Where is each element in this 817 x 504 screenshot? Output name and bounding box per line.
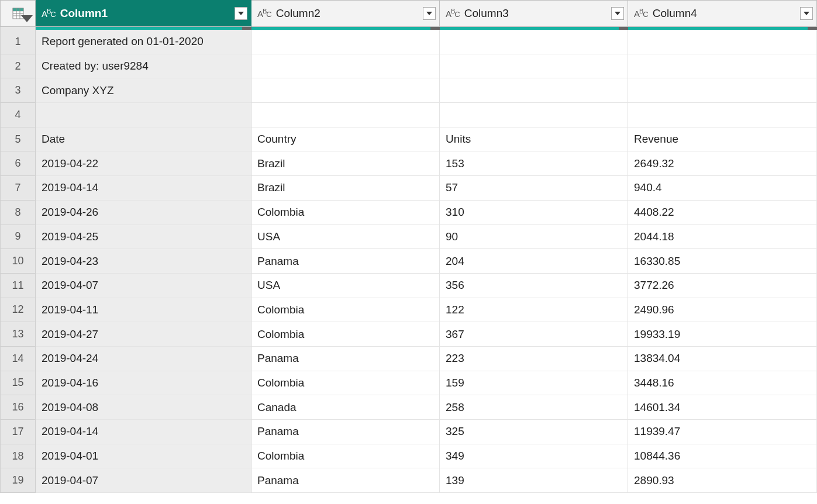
filter-dropdown-button[interactable] xyxy=(235,7,247,20)
cell[interactable] xyxy=(440,30,628,54)
row-number[interactable]: 10 xyxy=(0,249,36,274)
select-all-corner[interactable] xyxy=(0,0,36,27)
row-number[interactable]: 7 xyxy=(0,176,36,201)
cell[interactable]: 349 xyxy=(440,444,628,469)
cell[interactable]: 204 xyxy=(440,249,628,274)
cell[interactable]: 16330.85 xyxy=(628,249,817,274)
cell[interactable]: 11939.47 xyxy=(628,420,817,444)
cell[interactable]: 2490.96 xyxy=(628,298,817,323)
cell[interactable]: 139 xyxy=(440,468,628,493)
filter-dropdown-button[interactable] xyxy=(611,7,624,20)
filter-dropdown-button[interactable] xyxy=(800,7,813,20)
column-header-column2[interactable]: ABC Column2 xyxy=(251,0,440,27)
cell[interactable] xyxy=(440,78,628,103)
column-header-column1[interactable]: ABC Column1 xyxy=(36,0,251,27)
cell[interactable]: 2019-04-25 xyxy=(36,225,251,250)
row-number[interactable]: 15 xyxy=(0,371,36,396)
cell[interactable]: 2019-04-26 xyxy=(36,201,251,225)
cell[interactable] xyxy=(251,103,440,127)
cell[interactable]: 2019-04-08 xyxy=(36,395,251,420)
column-header-column3[interactable]: ABC Column3 xyxy=(440,0,628,27)
cell[interactable]: 2890.93 xyxy=(628,468,817,493)
table-row[interactable]: 132019-04-27Colombia36719933.19 xyxy=(0,322,817,347)
cell[interactable]: 122 xyxy=(440,298,628,323)
cell[interactable]: Units xyxy=(440,127,628,152)
row-number[interactable]: 17 xyxy=(0,420,36,444)
cell[interactable]: Revenue xyxy=(628,127,817,152)
cell[interactable]: 2019-04-11 xyxy=(36,298,251,323)
cell[interactable]: Brazil xyxy=(251,151,440,176)
row-number[interactable]: 9 xyxy=(0,225,36,250)
table-row[interactable]: 152019-04-16Colombia1593448.16 xyxy=(0,371,817,396)
cell[interactable] xyxy=(36,103,251,127)
table-row[interactable]: 162019-04-08Canada25814601.34 xyxy=(0,395,817,420)
table-row[interactable]: 192019-04-07Panama1392890.93 xyxy=(0,468,817,493)
row-number[interactable]: 12 xyxy=(0,298,36,323)
cell[interactable]: 940.4 xyxy=(628,176,817,201)
row-number[interactable]: 6 xyxy=(0,151,36,176)
cell[interactable]: 325 xyxy=(440,420,628,444)
table-row[interactable]: 92019-04-25USA902044.18 xyxy=(0,225,817,250)
table-row[interactable]: 122019-04-11Colombia1222490.96 xyxy=(0,298,817,323)
table-row[interactable]: 72019-04-14Brazil57940.4 xyxy=(0,176,817,201)
cell[interactable]: 57 xyxy=(440,176,628,201)
row-number[interactable]: 13 xyxy=(0,322,36,347)
row-number[interactable]: 16 xyxy=(0,395,36,420)
cell[interactable]: 2019-04-07 xyxy=(36,274,251,298)
cell[interactable] xyxy=(628,30,817,54)
table-row[interactable]: 102019-04-23Panama20416330.85 xyxy=(0,249,817,274)
cell[interactable]: 2019-04-23 xyxy=(36,249,251,274)
cell[interactable]: Colombia xyxy=(251,371,440,396)
table-row[interactable]: 1Report generated on 01-01-2020 xyxy=(0,30,817,54)
table-row[interactable]: 142019-04-24Panama22313834.04 xyxy=(0,347,817,371)
cell[interactable]: 2019-04-22 xyxy=(36,151,251,176)
cell[interactable]: 3772.26 xyxy=(628,274,817,298)
cell[interactable]: 19933.19 xyxy=(628,322,817,347)
table-row[interactable]: 172019-04-14Panama32511939.47 xyxy=(0,420,817,444)
cell[interactable]: 367 xyxy=(440,322,628,347)
table-row[interactable]: 4 xyxy=(0,103,817,127)
row-number[interactable]: 18 xyxy=(0,444,36,469)
cell[interactable]: 159 xyxy=(440,371,628,396)
cell[interactable] xyxy=(628,78,817,103)
row-number[interactable]: 8 xyxy=(0,201,36,225)
row-number[interactable]: 14 xyxy=(0,347,36,371)
column-header-column4[interactable]: ABC Column4 xyxy=(628,0,817,27)
filter-dropdown-button[interactable] xyxy=(423,7,436,20)
table-row[interactable]: 62019-04-22Brazil1532649.32 xyxy=(0,151,817,176)
row-number[interactable]: 3 xyxy=(0,78,36,103)
cell[interactable]: 4408.22 xyxy=(628,201,817,225)
cell[interactable]: 2019-04-16 xyxy=(36,371,251,396)
row-number[interactable]: 2 xyxy=(0,54,36,79)
cell[interactable]: 2019-04-14 xyxy=(36,420,251,444)
cell[interactable] xyxy=(440,54,628,79)
cell[interactable]: 2019-04-07 xyxy=(36,468,251,493)
cell[interactable] xyxy=(628,54,817,79)
cell[interactable]: 153 xyxy=(440,151,628,176)
cell[interactable] xyxy=(251,54,440,79)
cell[interactable]: Colombia xyxy=(251,322,440,347)
cell[interactable]: 90 xyxy=(440,225,628,250)
cell[interactable]: 2044.18 xyxy=(628,225,817,250)
cell[interactable]: Panama xyxy=(251,420,440,444)
cell[interactable]: Panama xyxy=(251,249,440,274)
cell[interactable]: 2019-04-27 xyxy=(36,322,251,347)
table-row[interactable]: 3Company XYZ xyxy=(0,78,817,103)
row-number[interactable]: 5 xyxy=(0,127,36,152)
cell[interactable]: Report generated on 01-01-2020 xyxy=(36,30,251,54)
cell[interactable]: Date xyxy=(36,127,251,152)
cell[interactable]: 2649.32 xyxy=(628,151,817,176)
row-number[interactable]: 19 xyxy=(0,468,36,493)
cell[interactable]: Brazil xyxy=(251,176,440,201)
cell[interactable]: 223 xyxy=(440,347,628,371)
cell[interactable]: Colombia xyxy=(251,444,440,469)
cell[interactable]: Canada xyxy=(251,395,440,420)
table-row[interactable]: 5DateCountryUnitsRevenue xyxy=(0,127,817,152)
cell[interactable] xyxy=(440,103,628,127)
cell[interactable]: Colombia xyxy=(251,298,440,323)
cell[interactable]: 14601.34 xyxy=(628,395,817,420)
cell[interactable]: 258 xyxy=(440,395,628,420)
row-number[interactable]: 11 xyxy=(0,274,36,298)
row-number[interactable]: 1 xyxy=(0,30,36,54)
cell[interactable] xyxy=(251,78,440,103)
